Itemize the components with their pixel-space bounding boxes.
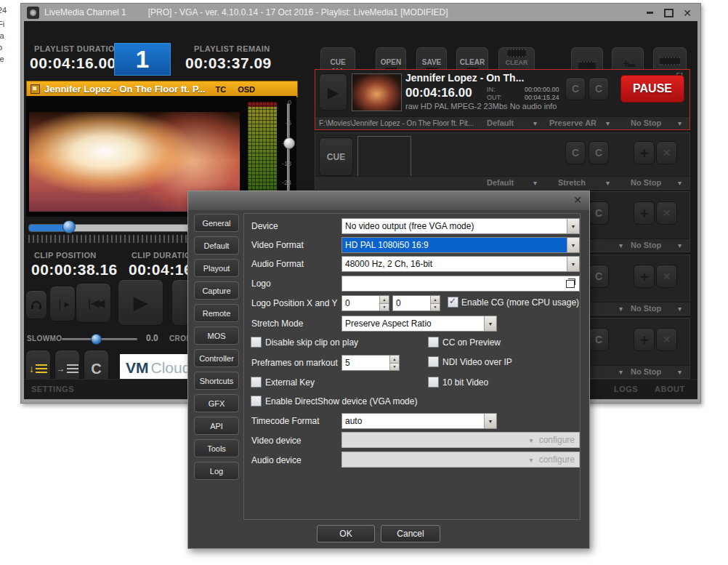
row1-loop-button-b[interactable]: C bbox=[589, 77, 609, 100]
stepper-up-icon[interactable]: ▲ bbox=[380, 296, 389, 304]
chevron-down-icon[interactable] bbox=[484, 316, 496, 331]
tab-api[interactable]: API bbox=[194, 417, 239, 435]
tab-tools[interactable]: Tools bbox=[194, 439, 239, 457]
window-titlebar[interactable]: LiveMedia Channel 1 [PRO] - VGA - ver. 4… bbox=[21, 4, 700, 21]
stepper-down-icon[interactable]: ▼ bbox=[431, 304, 440, 311]
row4-stop-dropdown[interactable]: No Stop bbox=[631, 304, 661, 313]
close-button[interactable]: ✕ bbox=[682, 8, 693, 17]
tab-settings[interactable]: SETTINGS bbox=[31, 385, 74, 393]
tab-playout[interactable]: Playout bbox=[194, 259, 239, 277]
ten-bit-checkbox[interactable] bbox=[428, 377, 439, 388]
play-button[interactable]: ▶ bbox=[118, 279, 163, 326]
logo-y-stepper[interactable]: 0 ▲▼ bbox=[392, 295, 440, 311]
external-key-checkbox[interactable] bbox=[251, 377, 262, 388]
audio-format-select[interactable]: 48000 Hz, 2 Ch, 16-bit bbox=[341, 256, 580, 272]
tab-controller[interactable]: Controller bbox=[194, 349, 239, 367]
cancel-button[interactable]: Cancel bbox=[381, 525, 440, 542]
dropdown-caret-icon[interactable] bbox=[606, 178, 610, 187]
rewind-button[interactable]: ❘◀◀ bbox=[76, 283, 111, 323]
headphone-monitor-button[interactable] bbox=[25, 290, 47, 319]
mark-button[interactable]: ❘▸ bbox=[49, 286, 76, 321]
volume-slider-knob[interactable] bbox=[283, 137, 295, 149]
tc-toggle[interactable]: TC bbox=[216, 85, 227, 94]
dropdown-caret-icon[interactable] bbox=[678, 178, 682, 187]
dropdown-caret-icon[interactable] bbox=[678, 119, 682, 127]
dropdown-caret-icon[interactable] bbox=[678, 367, 682, 376]
tab-logs[interactable]: LOGS bbox=[614, 385, 638, 393]
row2-add-button[interactable] bbox=[634, 141, 655, 164]
stepper-down-icon[interactable]: ▼ bbox=[380, 304, 389, 311]
row2-loop-button-a[interactable]: C bbox=[565, 141, 586, 164]
playlist-row-2[interactable]: CUE C C Default Stretch No Stop bbox=[315, 132, 690, 190]
row2-cue-button[interactable]: CUE bbox=[319, 137, 353, 176]
stepper-up-icon[interactable]: ▲ bbox=[390, 356, 399, 364]
row4-loop-button-b[interactable]: C bbox=[589, 265, 609, 288]
dropdown-caret-icon[interactable] bbox=[619, 367, 623, 376]
stepper-buttons[interactable]: ▲▼ bbox=[389, 356, 399, 370]
detach-window-icon[interactable] bbox=[31, 84, 40, 94]
minimize-button[interactable] bbox=[644, 8, 655, 17]
dropdown-caret-icon[interactable] bbox=[619, 241, 623, 249]
tab-capture[interactable]: Capture bbox=[194, 281, 239, 300]
row1-pause-button[interactable]: PAUSE bbox=[620, 75, 684, 103]
chevron-down-icon[interactable] bbox=[567, 238, 579, 252]
dropdown-caret-icon[interactable] bbox=[619, 304, 623, 313]
row2-stop-dropdown[interactable]: No Stop bbox=[631, 178, 661, 187]
row3-remove-button[interactable] bbox=[656, 201, 677, 225]
row5-stop-dropdown[interactable]: No Stop bbox=[631, 367, 661, 376]
slowmo-slider-knob[interactable] bbox=[91, 334, 102, 345]
browse-logo-icon[interactable] bbox=[566, 280, 575, 288]
chevron-down-icon[interactable] bbox=[567, 257, 579, 271]
video-device-configure-link[interactable]: configure bbox=[539, 435, 575, 445]
stepper-buttons[interactable]: ▲▼ bbox=[379, 296, 389, 310]
dropdown-caret-icon[interactable] bbox=[606, 119, 610, 127]
tab-shortcuts[interactable]: Shortcuts bbox=[194, 372, 239, 390]
dialog-close-button[interactable]: ✕ bbox=[573, 194, 582, 206]
tab-log[interactable]: Log bbox=[194, 462, 239, 480]
dropdown-caret-icon[interactable] bbox=[533, 178, 537, 187]
dropdown-caret-icon[interactable] bbox=[678, 304, 682, 313]
stretch-mode-select[interactable]: Preserve Aspect Ratio bbox=[341, 316, 497, 332]
logo-input[interactable] bbox=[341, 276, 580, 292]
ndi-checkbox[interactable] bbox=[428, 356, 439, 367]
device-select[interactable]: No video output (free VGA mode) bbox=[341, 218, 580, 234]
row1-transition-dropdown[interactable]: Default bbox=[487, 119, 514, 127]
chevron-down-icon[interactable] bbox=[484, 414, 496, 428]
dropdown-caret-icon[interactable] bbox=[533, 119, 537, 127]
stepper-buttons[interactable]: ▲▼ bbox=[430, 296, 440, 310]
cc-preview-checkbox[interactable] bbox=[428, 337, 439, 348]
current-clip-titlebar[interactable]: Jennifer Lopez - On The Floor ft. P... T… bbox=[26, 81, 298, 97]
disable-skip-checkbox[interactable] bbox=[251, 337, 262, 348]
osd-toggle[interactable]: OSD bbox=[238, 85, 255, 94]
tab-general[interactable]: General bbox=[194, 214, 239, 232]
row5-loop-button-b[interactable]: C bbox=[589, 328, 609, 351]
row5-add-button[interactable] bbox=[634, 328, 655, 351]
preframes-stepper[interactable]: 5 ▲▼ bbox=[341, 355, 400, 371]
playlist-row-1[interactable]: F1 ▶ Jennifer Lopez - On Th... 00:04:16.… bbox=[315, 69, 690, 130]
row4-remove-button[interactable] bbox=[656, 265, 677, 288]
row1-loop-button-a[interactable]: C bbox=[565, 77, 586, 100]
timecode-format-select[interactable]: auto bbox=[341, 413, 497, 429]
row3-add-button[interactable] bbox=[634, 201, 655, 225]
row4-add-button[interactable] bbox=[634, 265, 655, 288]
row3-stop-dropdown[interactable]: No Stop bbox=[631, 241, 661, 249]
tab-remote[interactable]: Remote bbox=[194, 304, 239, 322]
row2-transition-dropdown[interactable]: Default bbox=[487, 178, 514, 187]
stepper-down-icon[interactable]: ▼ bbox=[390, 364, 399, 371]
chevron-down-icon[interactable] bbox=[567, 219, 579, 233]
audio-device-configure-link[interactable]: configure bbox=[539, 454, 575, 465]
maximize-button[interactable] bbox=[663, 8, 674, 17]
row3-loop-button-b[interactable]: C bbox=[589, 201, 609, 225]
tab-about[interactable]: ABOUT bbox=[655, 385, 685, 393]
row1-play-button[interactable]: ▶ bbox=[319, 73, 347, 111]
row1-aspect-dropdown[interactable]: Preserve AR bbox=[549, 119, 596, 127]
enable-cg-checkbox[interactable] bbox=[448, 297, 458, 308]
logo-x-stepper[interactable]: 0 ▲▼ bbox=[341, 295, 389, 311]
row2-remove-button[interactable] bbox=[656, 141, 677, 164]
row2-aspect-dropdown[interactable]: Stretch bbox=[558, 178, 586, 187]
dropdown-caret-icon[interactable] bbox=[678, 241, 682, 249]
ok-button[interactable]: OK bbox=[317, 525, 375, 542]
row2-loop-button-b[interactable]: C bbox=[589, 141, 609, 164]
row5-remove-button[interactable] bbox=[656, 328, 677, 351]
tab-gfx[interactable]: GFX bbox=[194, 394, 239, 412]
